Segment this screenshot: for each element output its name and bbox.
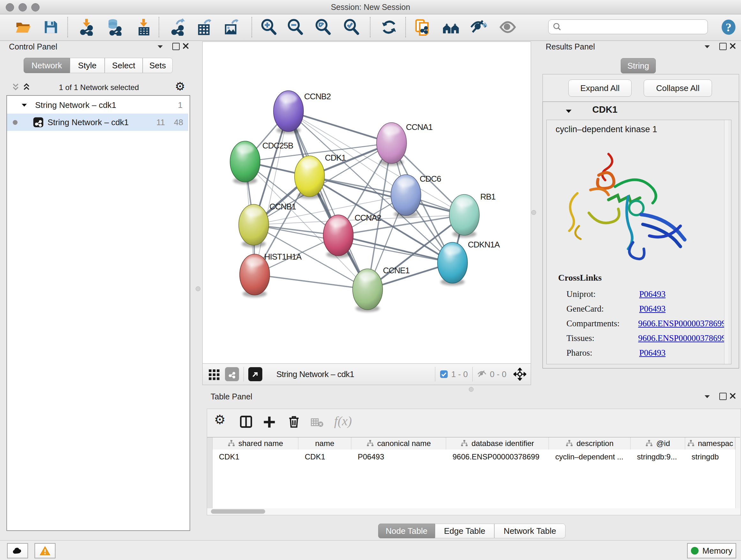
network-options-gear-icon[interactable]: ⚙ [175, 80, 185, 93]
network-node-CDC25B[interactable] [230, 141, 260, 184]
column-header-name[interactable]: name [298, 437, 351, 449]
control-panel-float-icon[interactable] [172, 43, 180, 50]
network-edge-CCNA2-CDKN1A[interactable] [338, 235, 453, 263]
collapse-all-button[interactable]: Collapse All [644, 79, 712, 97]
grid-view-icon[interactable] [208, 368, 220, 381]
tab-network[interactable]: Network [23, 58, 70, 73]
column-header-namespac[interactable]: namespac [685, 437, 735, 449]
selected-checkbox-icon[interactable] [440, 370, 448, 378]
crosslink-link[interactable]: 9606.ENSP00000378699 [638, 333, 726, 343]
network-collection-row[interactable]: String Network – cdk1 1 [7, 97, 188, 114]
column-header-shared-name[interactable]: shared name [212, 437, 298, 449]
import-network-from-file-icon[interactable] [77, 17, 96, 37]
table-panel-float-icon[interactable] [719, 393, 727, 400]
warnings-button[interactable] [35, 543, 56, 558]
zoom-out-icon[interactable] [286, 17, 305, 37]
memory-button[interactable]: Memory [687, 543, 736, 558]
table-cell[interactable]: P06493 [351, 450, 446, 464]
crosslink-link[interactable]: P06493 [639, 289, 666, 299]
apply-layout-icon[interactable] [380, 17, 398, 37]
control-panel-caret-icon[interactable] [157, 45, 163, 49]
tab-network-table[interactable]: Network Table [494, 523, 565, 538]
help-icon[interactable]: ? [719, 17, 738, 37]
crosslink-link[interactable]: P06493 [639, 304, 666, 314]
table-panel-splitter-handle[interactable] [469, 387, 474, 392]
tab-select[interactable]: Select [105, 58, 143, 73]
show-columns-icon[interactable] [239, 415, 253, 429]
results-panel-close-icon[interactable] [730, 43, 736, 49]
table-vertical-scrollbar[interactable] [735, 437, 740, 508]
network-node-CDK1[interactable] [294, 156, 325, 199]
column-header-database-identifier[interactable]: database identifier [446, 437, 549, 449]
open-session-icon[interactable] [14, 17, 32, 37]
clone-network-icon[interactable] [413, 17, 432, 37]
network-node-CCNE1[interactable] [353, 269, 383, 312]
table-cell[interactable]: CDK1 [298, 450, 351, 464]
export-table-icon[interactable] [195, 17, 214, 37]
table-horizontal-scrollbar[interactable] [207, 508, 740, 515]
crosslink-link[interactable]: 9606.ENSP00000378699 [638, 319, 726, 328]
houses-icon[interactable] [442, 17, 461, 37]
results-panel-caret-icon[interactable] [704, 45, 711, 49]
fit-selected-crosshair-icon[interactable] [514, 368, 526, 381]
table-settings-gear-icon[interactable]: ⚙ [214, 412, 226, 427]
control-panel-splitter-handle[interactable] [196, 287, 200, 291]
zoom-fit-icon[interactable] [314, 17, 332, 37]
column-header-canonical-name[interactable]: canonical name [351, 437, 446, 449]
search-input[interactable] [562, 22, 700, 32]
network-share-view-icon[interactable] [225, 367, 239, 381]
zoom-in-icon[interactable] [259, 17, 278, 37]
collapse-all-networks-icon[interactable] [11, 82, 20, 92]
scrollbar-thumb[interactable] [211, 509, 265, 514]
network-row-selected[interactable]: String Network – cdk1 11 48 [7, 114, 188, 131]
birdseye-view-icon[interactable] [248, 367, 262, 381]
hide-selected-eye-slash-icon[interactable] [469, 17, 488, 37]
export-network-icon[interactable] [169, 17, 187, 37]
expand-all-networks-icon[interactable] [22, 82, 30, 92]
crosslink-link[interactable]: P06493 [639, 348, 666, 358]
network-edge-CCNB2-CCNE1[interactable] [288, 111, 367, 289]
delete-column-trash-icon[interactable] [287, 415, 301, 429]
toolbar-search-field[interactable] [548, 19, 708, 34]
table-cell[interactable]: CDK1 [212, 450, 298, 464]
table-cell[interactable]: stringdb [685, 450, 735, 464]
column-header-description[interactable]: description [549, 437, 630, 449]
table-cell[interactable]: 9606.ENSP00000378699 [446, 450, 549, 464]
tab-style[interactable]: Style [70, 58, 105, 73]
function-builder-icon[interactable]: f(x) [334, 414, 352, 428]
network-view-canvas[interactable]: CCNB2CCNA1CDC25BCDK1CDC6RB1CCNB1CCNA2CDK… [202, 42, 531, 364]
results-panel-splitter-handle[interactable] [531, 210, 536, 215]
results-vertical-scrollbar[interactable] [724, 120, 728, 364]
show-all-eye-icon[interactable] [498, 17, 517, 37]
network-edge-CCNB2-CCNA1[interactable] [288, 111, 392, 143]
network-node-CCNA1[interactable] [377, 123, 407, 166]
protein-section-caret-icon[interactable] [565, 109, 572, 113]
expand-all-button[interactable]: Expand All [568, 79, 631, 97]
network-node-CDKN1A[interactable] [437, 242, 468, 286]
network-node-CCNB2[interactable] [273, 91, 304, 134]
hidden-eye-slash-icon[interactable] [477, 369, 487, 379]
network-edge-CCNB2-HIST1H1A[interactable] [255, 111, 288, 274]
zoom-selected-icon[interactable] [342, 17, 360, 37]
results-panel-float-icon[interactable] [719, 43, 727, 50]
tab-sets[interactable]: Sets [143, 58, 173, 73]
delete-table-icon[interactable] [311, 417, 324, 428]
control-panel-close-icon[interactable] [183, 43, 189, 49]
export-image-icon[interactable] [222, 17, 241, 37]
import-network-from-database-icon[interactable] [105, 17, 124, 37]
network-node-CCNB1[interactable] [239, 204, 269, 247]
tree-expander-icon[interactable] [21, 103, 27, 107]
column-header-@id[interactable]: @id [630, 437, 685, 449]
tab-node-table[interactable]: Node Table [378, 523, 435, 538]
cloud-status-button[interactable] [7, 543, 28, 558]
table-panel-close-icon[interactable] [730, 393, 736, 399]
table-panel-caret-icon[interactable] [704, 395, 711, 398]
tab-string[interactable]: String [621, 58, 656, 73]
save-session-icon[interactable] [42, 17, 60, 37]
network-node-RB1[interactable] [449, 194, 479, 238]
add-column-icon[interactable] [262, 415, 277, 429]
import-table-from-file-icon[interactable] [134, 17, 153, 37]
tab-edge-table[interactable]: Edge Table [435, 523, 494, 538]
table-row[interactable]: CDK1CDK1P064939606.ENSP00000378699cyclin… [212, 450, 735, 464]
table-cell[interactable]: stringdb:9... [630, 450, 685, 464]
